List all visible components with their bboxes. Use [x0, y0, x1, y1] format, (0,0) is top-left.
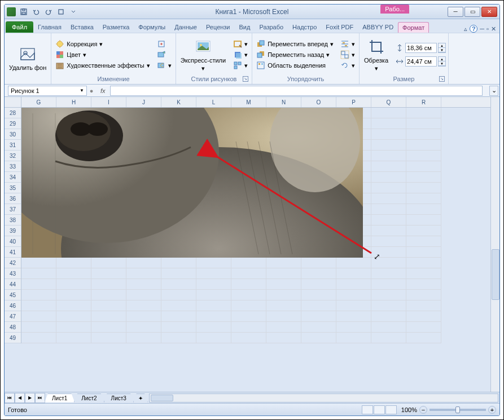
- cell[interactable]: [371, 300, 406, 311]
- cell[interactable]: [126, 311, 161, 322]
- cell[interactable]: [406, 300, 441, 311]
- picture-layout-button[interactable]: ▾: [231, 60, 249, 70]
- col-header[interactable]: O: [301, 97, 336, 107]
- help-icon[interactable]: ?: [470, 25, 477, 33]
- cell[interactable]: [301, 311, 336, 322]
- rotate-button[interactable]: ▾: [339, 60, 357, 70]
- tab-data[interactable]: Данные: [170, 21, 201, 33]
- selection-pane-button[interactable]: Область выделения: [255, 60, 335, 70]
- tab-foxit[interactable]: Foxit PDF: [321, 21, 358, 33]
- row-header[interactable]: 47: [5, 311, 21, 322]
- cell[interactable]: [126, 333, 161, 343]
- cell[interactable]: [406, 236, 441, 247]
- qat-customize-button[interactable]: [68, 6, 79, 17]
- row-header[interactable]: 30: [5, 129, 21, 140]
- col-header[interactable]: R: [406, 97, 441, 107]
- cell[interactable]: [406, 279, 441, 290]
- cell[interactable]: [406, 226, 441, 236]
- cell[interactable]: [336, 258, 371, 268]
- cell[interactable]: [406, 204, 441, 215]
- undo-button[interactable]: [30, 6, 42, 17]
- formula-bar[interactable]: [110, 86, 483, 96]
- cell[interactable]: [161, 268, 196, 279]
- size-dialog-launcher[interactable]: ↘: [439, 76, 445, 82]
- cell[interactable]: [406, 333, 441, 343]
- cell[interactable]: [266, 311, 301, 322]
- sheet-tab-1[interactable]: Лист1: [45, 394, 74, 403]
- cell[interactable]: [21, 258, 56, 268]
- row-header[interactable]: 44: [5, 279, 21, 290]
- sheet-tab-new[interactable]: ✦: [133, 394, 148, 403]
- cell[interactable]: [161, 333, 196, 343]
- doc-minimize-icon[interactable]: ─: [480, 25, 484, 32]
- row-header[interactable]: 29: [5, 118, 21, 129]
- tab-abbyy[interactable]: ABBYY PD: [358, 21, 398, 33]
- tab-format[interactable]: Формат: [398, 22, 429, 33]
- cell[interactable]: [161, 258, 196, 268]
- col-header[interactable]: I: [91, 97, 126, 107]
- cell[interactable]: [371, 333, 406, 343]
- cell[interactable]: [301, 290, 336, 300]
- quick-styles-button[interactable]: Экспресс-стили ▾: [178, 37, 228, 73]
- cell[interactable]: [301, 268, 336, 279]
- row-header[interactable]: 39: [5, 226, 21, 236]
- row-header[interactable]: 28: [5, 108, 21, 118]
- cell[interactable]: [231, 333, 266, 343]
- col-header[interactable]: J: [126, 97, 161, 107]
- cell[interactable]: [56, 300, 91, 311]
- tab-review[interactable]: Рецензи: [201, 21, 235, 33]
- cell[interactable]: [231, 322, 266, 333]
- row-header[interactable]: 35: [5, 183, 21, 193]
- redo-button[interactable]: [43, 6, 54, 17]
- col-header[interactable]: H: [56, 97, 91, 107]
- cell[interactable]: [91, 322, 126, 333]
- align-button[interactable]: ▾: [339, 39, 357, 49]
- cell[interactable]: [56, 322, 91, 333]
- cell[interactable]: [406, 258, 441, 268]
- cell[interactable]: [336, 311, 371, 322]
- view-pagebreak-button[interactable]: [385, 405, 397, 414]
- row-header[interactable]: 46: [5, 300, 21, 311]
- cell[interactable]: [371, 322, 406, 333]
- cell[interactable]: [406, 268, 441, 279]
- cell[interactable]: [21, 268, 56, 279]
- cell[interactable]: [126, 300, 161, 311]
- cell[interactable]: [336, 333, 371, 343]
- cell[interactable]: [371, 268, 406, 279]
- select-all-corner[interactable]: [5, 97, 21, 108]
- cell[interactable]: [371, 172, 406, 183]
- cell[interactable]: [301, 258, 336, 268]
- cell[interactable]: [371, 140, 406, 151]
- cell[interactable]: [371, 193, 406, 204]
- cell[interactable]: [196, 333, 231, 343]
- cell[interactable]: [161, 300, 196, 311]
- sheet-tab-3[interactable]: Лист3: [104, 394, 134, 403]
- maximize-button[interactable]: ▭: [464, 7, 480, 17]
- cell[interactable]: [406, 322, 441, 333]
- cell[interactable]: [56, 290, 91, 300]
- cell[interactable]: [371, 161, 406, 172]
- reset-picture-button[interactable]: ▾: [155, 60, 173, 70]
- zoom-out-button[interactable]: −: [419, 406, 427, 414]
- cell[interactable]: [371, 279, 406, 290]
- cell[interactable]: [406, 183, 441, 193]
- compress-pictures-button[interactable]: [155, 39, 173, 49]
- cell[interactable]: [231, 258, 266, 268]
- cell[interactable]: [406, 129, 441, 140]
- styles-dialog-launcher[interactable]: ↘: [243, 76, 248, 82]
- cell[interactable]: [161, 311, 196, 322]
- name-box[interactable]: Рисунок 1▼: [8, 86, 87, 96]
- row-header[interactable]: 45: [5, 290, 21, 300]
- tab-insert[interactable]: Вставка: [66, 21, 98, 33]
- group-button[interactable]: ▾: [339, 50, 357, 60]
- crop-button[interactable]: Обрезка ▾: [362, 37, 391, 73]
- cell[interactable]: [231, 268, 266, 279]
- cell[interactable]: [406, 161, 441, 172]
- row-header[interactable]: 34: [5, 172, 21, 183]
- cell[interactable]: [161, 322, 196, 333]
- cell[interactable]: [196, 279, 231, 290]
- view-layout-button[interactable]: [374, 405, 385, 414]
- col-header[interactable]: L: [196, 97, 231, 107]
- tab-developer[interactable]: Разрабо: [255, 21, 288, 33]
- qat-extra-button[interactable]: [55, 6, 67, 17]
